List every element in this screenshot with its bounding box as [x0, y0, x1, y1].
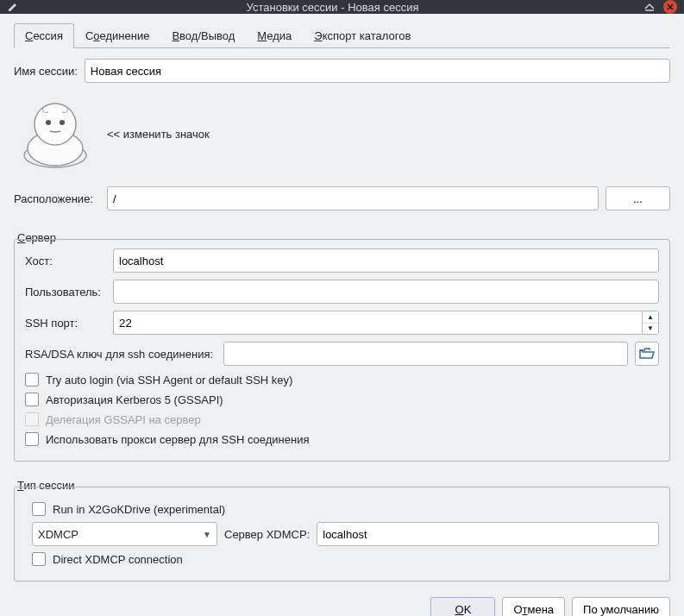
tab-export[interactable]: Экспорт каталогов [303, 23, 422, 48]
session-type-value: XDMCP [38, 528, 78, 541]
gssapi-delegation-checkbox [25, 412, 39, 426]
tab-io[interactable]: Ввод/Вывод [160, 23, 246, 48]
ssh-port-stepper[interactable]: ▲ ▼ [113, 311, 659, 335]
svg-point-5 [35, 104, 76, 145]
window-title: Установки сессии - Новая сессия [22, 1, 643, 14]
xdmcp-server-input[interactable] [317, 522, 659, 546]
dialog-buttons: OK Отмена По умолчанию [14, 590, 670, 616]
cancel-button[interactable]: Отмена [502, 597, 565, 616]
host-input[interactable] [113, 248, 659, 273]
direct-xdmcp-checkbox[interactable] [32, 552, 46, 566]
host-label: Хост: [25, 255, 106, 267]
kdrive-checkbox[interactable] [32, 502, 46, 516]
minimize-icon[interactable] [643, 0, 656, 14]
location-label: Расположение: [14, 192, 100, 205]
direct-xdmcp-label: Direct XDMCP connection [53, 553, 183, 566]
user-input[interactable] [113, 280, 659, 304]
tab-connection[interactable]: Соединение [74, 23, 161, 48]
kerberos-label: Авторизация Kerberos 5 (GSSAPI) [46, 393, 223, 406]
session-type-combo[interactable]: XDMCP ▼ [32, 522, 217, 546]
session-name-input[interactable] [85, 59, 670, 83]
session-type-group: Run in X2GoKDrive (experimental) XDMCP ▼… [14, 487, 670, 581]
ok-button[interactable]: OK [430, 597, 495, 616]
svg-point-6 [46, 120, 51, 125]
ssh-port-input[interactable] [113, 311, 642, 335]
gssapi-delegation-label: Делегация GSSAPI на сервер [46, 413, 201, 426]
titlebar: Установки сессии - Новая сессия [0, 0, 684, 14]
tab-media[interactable]: Медиа [246, 23, 303, 48]
defaults-button[interactable]: По умолчанию [572, 597, 670, 616]
kdrive-label: Run in X2GoKDrive (experimental) [53, 503, 225, 516]
user-label: Пользователь: [25, 286, 106, 299]
try-auto-login-checkbox[interactable] [25, 373, 39, 387]
server-group: Хост: Пользователь: SSH порт: ▲ ▼ RSA/DS… [14, 239, 670, 462]
rsa-key-input[interactable] [223, 342, 628, 366]
chevron-down-icon: ▼ [203, 530, 211, 539]
session-name-label: Имя сессии: [14, 65, 78, 78]
ssh-proxy-checkbox[interactable] [25, 432, 39, 446]
browse-key-button[interactable] [635, 342, 659, 366]
session-preferences-window: Установки сессии - Новая сессия Сессия С… [0, 0, 684, 616]
ssh-port-up[interactable]: ▲ [643, 311, 658, 324]
browse-location-button[interactable]: ... [606, 186, 670, 211]
location-input[interactable] [107, 186, 599, 211]
svg-point-7 [60, 120, 65, 125]
tab-bar: Сессия Соединение Ввод/Вывод Медиа Экспо… [14, 22, 670, 48]
session-icon[interactable] [14, 97, 97, 171]
tab-session[interactable]: Сессия [14, 23, 74, 48]
rsa-key-label: RSA/DSA ключ для ssh соединения: [25, 348, 213, 361]
ssh-port-down[interactable]: ▼ [643, 324, 658, 335]
ssh-port-label: SSH порт: [25, 317, 106, 330]
try-auto-login-label: Try auto login (via SSH Agent or default… [46, 374, 292, 387]
kerberos-checkbox[interactable] [25, 393, 39, 406]
close-icon[interactable] [663, 0, 677, 14]
xdmcp-server-label: Сервер XDMCP: [224, 528, 310, 541]
edit-icon [7, 1, 19, 13]
ssh-proxy-label: Использовать прокси сервер для SSH соеди… [46, 433, 310, 446]
folder-open-icon [639, 348, 655, 360]
change-icon-link[interactable]: << изменить значок [107, 128, 210, 141]
